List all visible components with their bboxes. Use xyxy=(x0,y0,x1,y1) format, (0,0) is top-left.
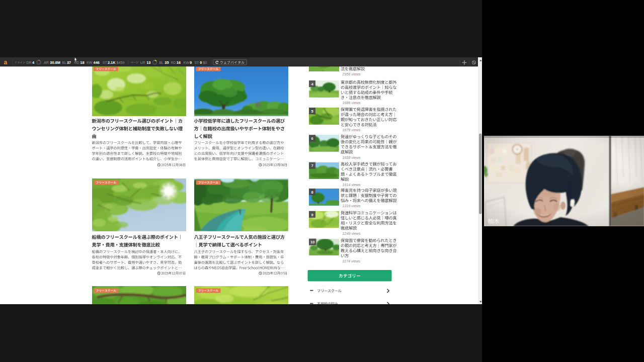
svg-text:DR: DR xyxy=(27,61,32,64)
svg-text:7: 7 xyxy=(311,163,313,168)
svg-text:16: 16 xyxy=(177,60,181,65)
svg-text:$0: $0 xyxy=(203,60,207,65)
svg-text:1316 views: 1316 views xyxy=(343,204,361,208)
svg-text:UR: UR xyxy=(140,61,145,64)
svg-text:1249 views: 1249 views xyxy=(343,231,361,236)
svg-text:2.1K: 2.1K xyxy=(108,60,116,65)
svg-text:KW: KW xyxy=(184,61,190,64)
svg-text:1678 views: 1678 views xyxy=(343,128,361,132)
svg-text:ST: ST xyxy=(194,61,199,64)
svg-text:$459: $459 xyxy=(117,60,125,65)
svg-text:KW: KW xyxy=(87,61,93,64)
svg-text:ST: ST xyxy=(103,61,108,64)
svg-text:8: 8 xyxy=(311,190,313,195)
svg-text:30.8M: 30.8M xyxy=(50,60,60,65)
svg-text:BL: BL xyxy=(159,61,164,64)
svg-text:RD: RD xyxy=(74,61,79,64)
svg-text:1174 views: 1174 views xyxy=(343,259,361,263)
svg-text:35: 35 xyxy=(165,60,169,65)
svg-text:37: 37 xyxy=(67,60,71,65)
svg-text:a: a xyxy=(4,59,8,66)
svg-text:RD: RD xyxy=(171,61,176,64)
svg-text:0: 0 xyxy=(200,60,202,65)
svg-text:446: 446 xyxy=(94,60,100,65)
svg-text:13: 13 xyxy=(146,60,150,65)
svg-text:1658 views: 1658 views xyxy=(343,155,361,160)
svg-text:1614 views: 1614 views xyxy=(343,183,361,187)
svg-text:BL: BL xyxy=(62,61,67,64)
svg-text:10: 10 xyxy=(310,240,314,244)
svg-text:9: 9 xyxy=(311,213,313,217)
svg-text:18: 18 xyxy=(80,60,84,65)
svg-text:2956 views: 2956 views xyxy=(342,72,361,76)
svg-text:1686 views: 1686 views xyxy=(343,101,361,105)
svg-text:0: 0 xyxy=(190,60,192,65)
svg-text:AR: AR xyxy=(44,61,49,64)
svg-text:6: 6 xyxy=(311,136,313,141)
